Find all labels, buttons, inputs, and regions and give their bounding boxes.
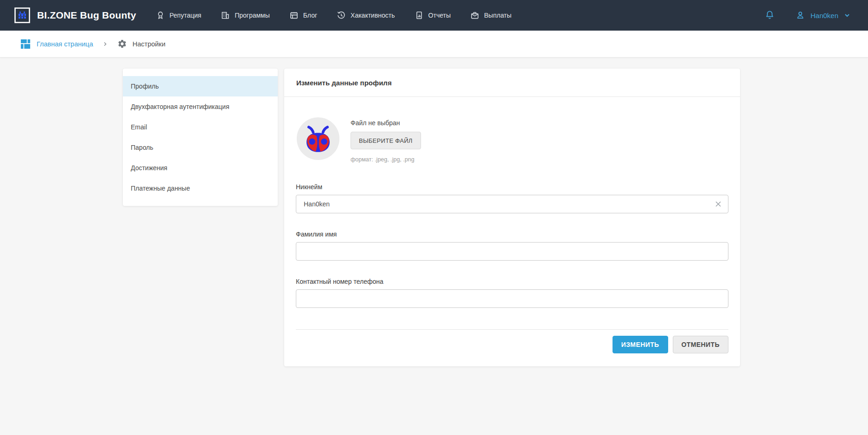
sidebar-item-label: Платежные данные (131, 185, 190, 192)
choose-file-button[interactable]: ВЫБЕРИТЕ ФАЙЛ (351, 132, 421, 149)
sidebar-item-label: Пароль (131, 144, 153, 151)
building-icon (221, 11, 230, 20)
phone-label: Контактный номер телефона (296, 278, 728, 285)
medal-icon (156, 11, 165, 20)
breadcrumb-current-label: Настройки (133, 40, 166, 48)
nav-item-blog[interactable]: Блог (289, 11, 317, 20)
blog-icon (289, 11, 299, 20)
user-menu[interactable]: Han0ken (795, 10, 854, 21)
nickname-input[interactable] (296, 195, 728, 213)
logo-text: BI.ZONE Bug Bounty (37, 10, 136, 21)
nav-label: Отчеты (428, 12, 451, 19)
user-name: Han0ken (811, 12, 838, 19)
topbar-right: Han0ken (764, 10, 854, 21)
breadcrumb-separator-icon (102, 41, 108, 47)
cancel-button[interactable]: ОТМЕНИТЬ (673, 336, 728, 353)
profile-edit-panel: Изменить данные профиля Файл не выбран В… (284, 69, 740, 366)
nav-label: Репутация (170, 12, 202, 19)
sidebar-item-two-factor[interactable]: Двухфакторная аутентификация (123, 96, 278, 117)
logo[interactable]: BI.ZONE Bug Bounty (14, 7, 136, 24)
sidebar-item-payment-data[interactable]: Платежные данные (123, 178, 278, 198)
bizone-bug-logo-icon (14, 7, 31, 24)
panel-header: Изменить данные профиля (284, 69, 740, 97)
sidebar-item-label: Достижения (131, 164, 167, 172)
file-upload-controls: Файл не выбран ВЫБЕРИТЕ ФАЙЛ формат: .jp… (351, 116, 421, 163)
file-format-hint: формат: .jpeg, .jpg, .png (351, 156, 421, 163)
sidebar-item-achievements[interactable]: Достижения (123, 158, 278, 178)
ladybug-avatar (296, 116, 340, 161)
clear-nickname-button[interactable] (713, 198, 724, 210)
form-actions: ИЗМЕНИТЬ ОТМЕНИТЬ (296, 336, 728, 353)
nickname-label: Никнейм (296, 183, 728, 191)
nav-item-reports[interactable]: Отчеты (415, 11, 451, 20)
sidebar-item-email[interactable]: Email (123, 117, 278, 137)
fullname-label: Фамилия имя (296, 230, 728, 238)
nav-label: Блог (303, 12, 317, 19)
bell-icon (764, 10, 775, 21)
report-icon (415, 11, 424, 20)
fullname-field-wrap (296, 242, 728, 261)
phone-field-wrap (296, 289, 728, 308)
breadcrumb-home-label: Главная страница (37, 40, 93, 48)
nickname-field-wrap (296, 195, 728, 213)
nav-label: Программы (235, 12, 270, 19)
sidebar-item-label: Двухфакторная аутентификация (131, 103, 229, 110)
panel-body: Файл не выбран ВЫБЕРИТЕ ФАЙЛ формат: .jp… (284, 116, 740, 353)
history-icon (337, 11, 346, 20)
gear-icon (117, 39, 127, 49)
sidebar-item-profile[interactable]: Профиль (123, 76, 278, 96)
sidebar-item-label: Профиль (131, 83, 159, 90)
close-icon (714, 200, 722, 208)
breadcrumb-home-link[interactable]: Главная страница (20, 39, 93, 49)
content-area: Профиль Двухфакторная аутентификация Ema… (0, 58, 868, 435)
sidebar-item-label: Email (131, 123, 147, 131)
phone-input[interactable] (296, 289, 728, 308)
nav-item-reputation[interactable]: Репутация (156, 11, 202, 20)
topbar: BI.ZONE Bug Bounty Репутация Программы (0, 0, 868, 31)
form-divider (296, 329, 728, 330)
chevron-down-icon (843, 11, 851, 19)
panel-title: Изменить данные профиля (296, 79, 392, 87)
avatar-section: Файл не выбран ВЫБЕРИТЕ ФАЙЛ формат: .jp… (296, 116, 728, 163)
user-icon (795, 10, 806, 21)
breadcrumb: Главная страница Настройки (0, 31, 868, 58)
breadcrumb-current: Настройки (117, 39, 166, 49)
sidebar-item-password[interactable]: Пароль (123, 137, 278, 158)
fullname-input[interactable] (296, 242, 728, 261)
nav-item-programs[interactable]: Программы (221, 11, 270, 20)
submit-button[interactable]: ИЗМЕНИТЬ (613, 336, 668, 353)
dashboard-grid-icon (20, 39, 31, 49)
settings-sidebar: Профиль Двухфакторная аутентификация Ema… (123, 69, 278, 206)
nav-label: Выплаты (484, 12, 511, 19)
nav-item-hackactivity[interactable]: Хакактивность (337, 11, 395, 20)
file-status-text: Файл не выбран (351, 119, 421, 127)
payments-icon (470, 11, 479, 20)
notifications-button[interactable] (764, 10, 775, 21)
main-nav: Репутация Программы Блог (156, 11, 531, 20)
nav-item-payments[interactable]: Выплаты (470, 11, 511, 20)
nav-label: Хакактивность (351, 12, 395, 19)
